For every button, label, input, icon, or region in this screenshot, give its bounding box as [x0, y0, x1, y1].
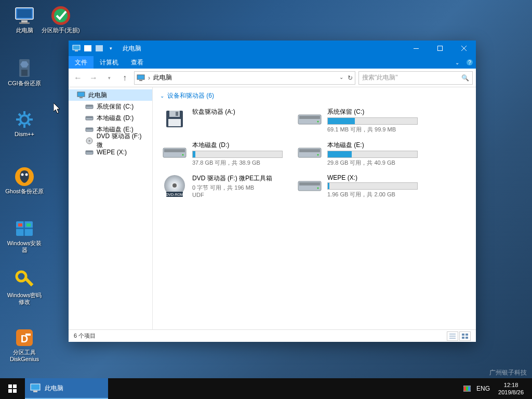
taskbar: 此电脑 ENG 12:18 2019/8/26 [0, 378, 532, 399]
ime-indicator[interactable]: ENG [476, 385, 490, 392]
watermark: 广州银子科技 [489, 368, 527, 377]
svg-rect-70 [13, 384, 17, 388]
nav-up-button[interactable]: ↑ [118, 72, 131, 84]
usage-bar [327, 182, 418, 190]
search-input[interactable]: 搜索"此电脑" 🔍 [358, 71, 473, 85]
tree-item[interactable]: 系统保留 (C:) [69, 101, 152, 112]
nav-history-icon[interactable]: ▾ [103, 72, 115, 84]
svg-rect-53 [164, 149, 185, 152]
breadcrumb-chevron-icon[interactable]: › [148, 74, 150, 82]
desktop-icon-diskgenius[interactable]: D分区工具DiskGenius [5, 327, 44, 363]
folder-icon[interactable] [83, 44, 92, 53]
close-button[interactable] [452, 41, 476, 56]
drive-item[interactable]: WEPE (X:)1.96 GB 可用，共 2.00 GB [295, 172, 420, 201]
address-bar: ← → ▾ ↑ › 此电脑 ⌄ ↻ 搜索"此电脑" 🔍 [69, 69, 476, 87]
explorer-window: ▾ 此电脑 文件 计算机 查看 ⌄ ? ← → ▾ ↑ › 此电脑 ⌄ ↻ [69, 41, 476, 342]
view-details-button[interactable] [447, 331, 458, 341]
properties-icon[interactable] [95, 44, 104, 53]
system-tray: ENG 12:18 2019/8/26 [458, 378, 532, 399]
help-icon[interactable]: ? [463, 56, 476, 69]
drive-item[interactable]: DVD-ROMDVD 驱动器 (F:) 微PE工具箱0 字节 可用，共 196 … [160, 172, 285, 201]
desktop-icon-partition-assistant[interactable]: 分区助手(无损) [42, 5, 80, 34]
svg-rect-77 [466, 387, 468, 391]
ribbon-tab-view[interactable]: 查看 [125, 56, 150, 69]
status-text: 6 个项目 [74, 332, 96, 340]
drive-item[interactable]: 本地磁盘 (D:)37.8 GB 可用，共 38.9 GB [160, 139, 285, 169]
nav-forward-button[interactable]: → [87, 72, 100, 84]
svg-rect-74 [33, 391, 37, 392]
view-tiles-button[interactable] [459, 331, 471, 341]
svg-rect-23 [73, 45, 80, 50]
hdd-icon [297, 108, 322, 130]
svg-rect-34 [79, 97, 83, 98]
desktop-icon-this-pc[interactable]: 此电脑 [5, 5, 44, 34]
svg-rect-67 [462, 337, 464, 339]
svg-rect-1 [17, 9, 32, 18]
svg-rect-7 [21, 70, 28, 76]
search-icon[interactable]: 🔍 [461, 74, 469, 82]
breadcrumb-item[interactable]: 此电脑 [153, 73, 172, 82]
start-button[interactable] [0, 378, 25, 399]
svg-rect-47 [168, 119, 181, 126]
drive-item[interactable]: 软盘驱动器 (A:) [160, 105, 285, 136]
svg-rect-56 [299, 149, 320, 152]
desktop-icon-dismpp[interactable]: Dism++ [5, 109, 44, 138]
svg-rect-48 [176, 112, 178, 116]
ribbon-tab-file[interactable]: 文件 [69, 56, 94, 69]
window-title: 此电脑 [123, 44, 404, 53]
svg-point-10 [21, 174, 24, 176]
svg-text:?: ? [468, 60, 471, 65]
taskbar-app-thispc[interactable]: 此电脑 [25, 378, 108, 399]
dropdown-icon[interactable]: ▾ [106, 44, 115, 53]
tree-item[interactable]: DVD 驱动器 (F:) 微 [69, 135, 152, 147]
hdd-icon [162, 141, 187, 164]
svg-point-42 [88, 140, 90, 142]
expand-ribbon-icon[interactable]: ⌄ [451, 56, 463, 69]
tree-item[interactable]: 此电脑 [69, 89, 152, 101]
desktop-icon-ghost-backup[interactable]: Ghost备份还原 [5, 166, 44, 195]
dismpp-icon [14, 109, 35, 130]
svg-point-59 [172, 183, 177, 188]
hdd-icon [85, 148, 94, 156]
pc-icon [77, 91, 85, 99]
address-field[interactable]: › 此电脑 ⌄ ↻ [134, 71, 355, 85]
hdd-icon [85, 114, 94, 122]
svg-point-64 [317, 188, 319, 189]
desktop-icon-windows-password[interactable]: Windows密码修改 [5, 270, 44, 305]
tree-item[interactable]: 本地磁盘 (D:) [69, 112, 152, 124]
usage-bar [327, 151, 418, 158]
svg-rect-40 [86, 128, 92, 129]
refresh-icon[interactable]: ↻ [348, 74, 353, 82]
svg-rect-28 [438, 46, 443, 51]
svg-rect-68 [466, 337, 468, 339]
nav-back-button[interactable]: ← [72, 72, 84, 84]
dvd-icon [85, 137, 94, 145]
drive-item[interactable]: 系统保留 (C:)69.1 MB 可用，共 99.9 MB [295, 105, 420, 136]
address-dropdown-icon[interactable]: ⌄ [339, 74, 343, 82]
svg-text:DVD-ROM: DVD-ROM [166, 193, 183, 196]
ghost-backup-icon [14, 166, 35, 187]
svg-rect-24 [75, 50, 78, 51]
partition-assistant-icon [50, 5, 71, 26]
maximize-button[interactable] [428, 41, 452, 56]
floppy-icon [162, 108, 187, 130]
svg-rect-44 [86, 151, 92, 152]
svg-rect-72 [13, 389, 17, 393]
svg-rect-69 [8, 384, 12, 388]
group-header[interactable]: ⌄ 设备和驱动器 (6) [160, 91, 469, 100]
titlebar[interactable]: ▾ 此电脑 [69, 41, 476, 56]
status-bar: 6 个项目 [69, 329, 476, 342]
drive-item[interactable]: 本地磁盘 (E:)29.8 GB 可用，共 40.9 GB [295, 139, 420, 169]
minimize-button[interactable] [404, 41, 428, 56]
svg-rect-71 [8, 389, 12, 393]
usage-bar [192, 151, 283, 158]
desktop-icon-windows-installer[interactable]: Windows安装器 [5, 218, 44, 254]
diskgenius-icon: D [14, 327, 35, 348]
tray-icon[interactable] [463, 384, 471, 393]
taskbar-clock[interactable]: 12:18 2019/8/26 [495, 381, 527, 396]
cgi-backup-icon [14, 58, 35, 79]
ribbon-tab-computer[interactable]: 计算机 [94, 56, 125, 69]
chevron-down-icon: ⌄ [160, 93, 164, 99]
svg-rect-33 [77, 92, 85, 97]
desktop-icon-cgi-backup[interactable]: CGI备份还原 [5, 58, 44, 87]
